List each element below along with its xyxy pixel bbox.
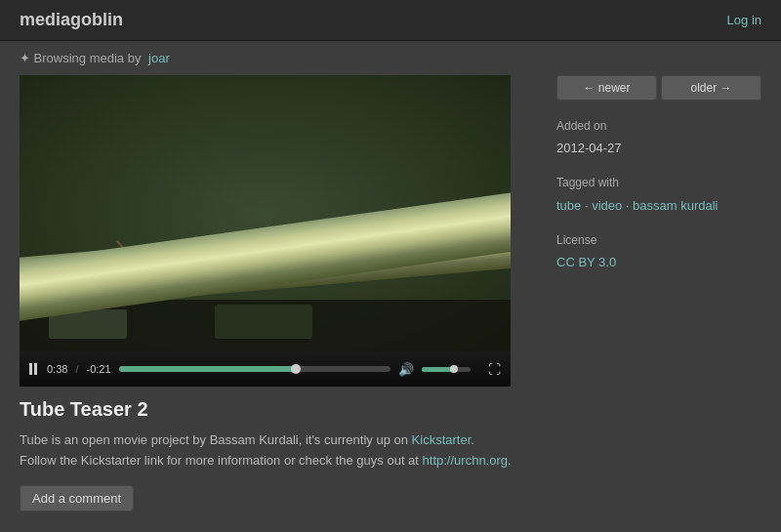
older-button[interactable]: older → bbox=[661, 75, 761, 101]
tag-bassam[interactable]: bassam kurdali bbox=[633, 198, 718, 213]
video-frame[interactable] bbox=[20, 75, 511, 351]
video-controls: 0:38 / -0:21 🔊 bbox=[20, 351, 511, 387]
tag-sep-2: · bbox=[622, 198, 633, 213]
fullscreen-button[interactable]: ⛶ bbox=[486, 360, 503, 379]
svg-point-3 bbox=[122, 258, 151, 273]
svg-point-4 bbox=[197, 250, 232, 267]
urchn-link[interactable]: http://urchn.org bbox=[423, 453, 508, 468]
pause-icon bbox=[29, 363, 37, 375]
breadcrumb: ✦ Browsing media by joar bbox=[0, 41, 781, 75]
tagged-with-label: Tagged with bbox=[556, 173, 761, 192]
remaining-time: -0:21 bbox=[86, 363, 110, 375]
add-comment-button[interactable]: Add a comment bbox=[20, 485, 134, 512]
media-info: Tube Teaser 2 Tube is an open movie proj… bbox=[20, 387, 537, 519]
diamond-icon: ✦ Browsing media by bbox=[20, 51, 141, 65]
license-link[interactable]: CC BY 3.0 bbox=[556, 255, 616, 269]
main-content: 0:38 / -0:21 🔊 bbox=[0, 75, 781, 519]
desc-period-2: . bbox=[508, 453, 512, 468]
media-title: Tube Teaser 2 bbox=[20, 398, 537, 421]
volume-handle bbox=[450, 365, 458, 373]
tag-sep-1: · bbox=[581, 198, 592, 213]
time-separator: / bbox=[75, 363, 78, 375]
volume-icon[interactable]: 🔊 bbox=[398, 362, 414, 377]
nav-buttons: ← newer older → bbox=[556, 75, 761, 101]
pause-button[interactable] bbox=[27, 361, 39, 377]
login-link[interactable]: Log in bbox=[727, 13, 761, 27]
left-column: 0:38 / -0:21 🔊 bbox=[20, 75, 537, 519]
right-column: ← newer older → Added on 2012-04-27 Tagg… bbox=[556, 75, 761, 519]
added-on-label: Added on bbox=[556, 116, 761, 136]
svg-line-6 bbox=[195, 236, 234, 280]
pause-bar-left bbox=[29, 363, 32, 375]
volume-fill bbox=[422, 367, 454, 372]
progress-handle bbox=[291, 364, 301, 374]
progress-fill bbox=[119, 366, 296, 372]
fullscreen-icon: ⛶ bbox=[488, 362, 501, 377]
tag-video[interactable]: video bbox=[592, 198, 622, 213]
meta-section: Added on 2012-04-27 Tagged with tube · v… bbox=[556, 116, 761, 273]
breadcrumb-user-link[interactable]: joar bbox=[148, 51, 170, 65]
newer-button[interactable]: ← newer bbox=[556, 75, 657, 101]
added-on-value: 2012-04-27 bbox=[556, 138, 761, 159]
tags-list: tube · video · bassam kurdali bbox=[556, 195, 761, 217]
pause-bar-right bbox=[34, 363, 37, 375]
license-label: License bbox=[556, 230, 761, 250]
progress-track[interactable] bbox=[119, 366, 390, 372]
volume-track[interactable] bbox=[422, 367, 471, 372]
desc-text-1: Tube is an open movie project by Bassam … bbox=[20, 432, 408, 447]
svg-rect-9 bbox=[215, 305, 312, 339]
desc-period-1: . bbox=[471, 432, 474, 447]
svg-rect-8 bbox=[49, 309, 127, 339]
kickstarter-link[interactable]: Kickstarter bbox=[412, 432, 472, 447]
media-description: Tube is an open movie project by Bassam … bbox=[20, 430, 537, 471]
desc-text-3: Follow the Kickstarter link for more inf… bbox=[20, 453, 419, 468]
header: mediagoblin Log in bbox=[0, 0, 781, 41]
video-container: 0:38 / -0:21 🔊 bbox=[20, 75, 511, 387]
video-visual bbox=[20, 75, 511, 351]
svg-line-5 bbox=[117, 241, 156, 285]
app-logo: mediagoblin bbox=[20, 10, 123, 30]
tag-tube[interactable]: tube bbox=[556, 198, 581, 213]
license-value: CC BY 3.0 bbox=[556, 252, 761, 273]
current-time: 0:38 bbox=[47, 363, 67, 375]
